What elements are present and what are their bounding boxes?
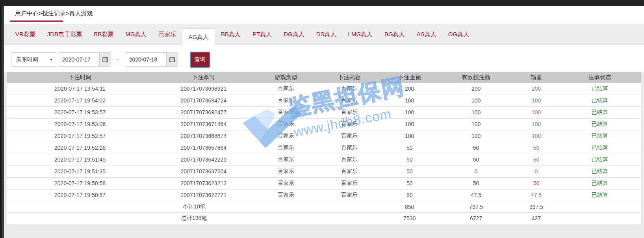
cell-bet-content: 百家乐 [317, 83, 381, 95]
cell-status: 已结算 [559, 177, 641, 189]
table-row: 2020-07-17 19:51:45 200717073642220 百家乐 … [7, 154, 641, 165]
cell-win-loss: 100 [514, 106, 559, 118]
cell-bet-amount: 50 [381, 165, 438, 177]
breadcrumb[interactable]: 用户中心>投注记录>真人游戏 [4, 6, 644, 17]
subtotal-valid-amount: 797.5 [438, 201, 514, 212]
tab-bg-live[interactable]: BG真人 [379, 24, 411, 45]
tab-jdb-lottery[interactable]: JDB电子彩票 [41, 24, 88, 45]
col-status: 注单状态 [559, 72, 641, 83]
subtotal-bet-amount: 850 [381, 201, 438, 212]
cell-valid-amount: 100 [438, 95, 514, 106]
cell-bet-amount: 50 [381, 142, 438, 154]
cell-status: 已结算 [559, 83, 641, 95]
tab-baccarat[interactable]: 百家乐 [152, 24, 182, 45]
total-win-loss: 427 [514, 212, 559, 224]
table-row: 2020-07-17 19:50:57 200717073622771 百家乐 … [7, 189, 641, 201]
tab-vr-lottery[interactable]: VR彩票 [9, 24, 41, 45]
left-edge-bar [0, 0, 4, 238]
total-valid-amount: 6727 [438, 212, 514, 224]
cell-bet-amount: 50 [381, 154, 438, 165]
search-button[interactable]: 查询 [191, 52, 210, 67]
cell-bet-content: 百家乐 [317, 130, 381, 142]
cell-bet-number: 200717073642220 [153, 154, 254, 165]
tab-ag-live[interactable]: AG真人 [182, 28, 215, 45]
cell-bet-number: 200717073694724 [153, 95, 254, 106]
cell-bet-number: 200717073668674 [153, 130, 254, 142]
table-row: 2020-07-17 19:54:11 200717073698921 百家乐 … [7, 83, 641, 95]
cell-game-type: 百家乐 [254, 165, 318, 177]
date-to-input[interactable] [125, 52, 167, 67]
tab-og-live[interactable]: OG真人 [442, 24, 475, 45]
calendar-icon [102, 56, 108, 63]
cell-game-type: 百家乐 [254, 118, 318, 130]
cell-bet-content: 百家乐 [317, 189, 381, 201]
cell-status: 已结算 [559, 130, 641, 142]
table-row: 2020-07-17 19:52:57 200717073668674 百家乐 … [7, 130, 641, 142]
tab-ds-live[interactable]: DS真人 [310, 24, 342, 45]
cell-win-loss: 50 [514, 177, 559, 189]
cell-bet-content: 百家乐 [317, 118, 381, 130]
cell-valid-amount: 100 [438, 106, 514, 118]
cell-win-loss: 100 [514, 130, 559, 142]
cell-status: 已结算 [559, 142, 641, 154]
col-valid-amount: 有效投注额 [438, 72, 514, 83]
cell-bet-amount: 50 [381, 177, 438, 189]
cell-status: 已结算 [559, 106, 641, 118]
cell-win-loss: 50 [514, 142, 559, 154]
cell-bet-number: 200717073622771 [153, 189, 254, 201]
cell-bet-number: 200717073671864 [153, 118, 254, 130]
col-game-type: 游戏类型 [254, 72, 318, 83]
cell-valid-amount: 0 [438, 165, 514, 177]
cell-bet-amount: 200 [381, 83, 438, 95]
col-bet-amount: 下注金额 [381, 72, 438, 83]
tab-pt-live[interactable]: PT真人 [247, 24, 278, 45]
date-from-input[interactable] [58, 52, 100, 67]
cell-game-type: 百家乐 [254, 106, 318, 118]
table-row: 2020-07-17 19:50:58 200717073623212 百家乐 … [7, 177, 641, 189]
table-row: 2020-07-17 19:54:02 200717073694724 百家乐 … [7, 95, 641, 106]
date-from-group [58, 52, 111, 67]
cell-valid-amount: 47.5 [438, 189, 514, 201]
tab-bb-live[interactable]: BB真人 [215, 24, 247, 45]
tab-bb-lottery[interactable]: BB彩票 [88, 24, 119, 45]
cell-bet-content: 百家乐 [317, 177, 381, 189]
date-from-calendar-button[interactable] [99, 52, 111, 67]
cell-bet-time: 2020-07-17 19:50:58 [7, 177, 153, 189]
tab-as-live[interactable]: AS真人 [411, 24, 442, 45]
cell-valid-amount: 200 [438, 83, 514, 95]
table-row: 2020-07-17 19:53:57 200717073692477 百家乐 … [7, 106, 641, 118]
cell-bet-amount: 100 [381, 130, 438, 142]
subtotal-label: 小计10笔 [7, 201, 381, 212]
cell-valid-amount: 100 [438, 118, 514, 130]
cell-bet-content: 百家乐 [317, 165, 381, 177]
date-range-separator: - [116, 56, 118, 63]
cell-game-type: 百家乐 [254, 142, 318, 154]
col-win-loss: 输赢 [514, 72, 559, 83]
subtotal-status-empty [559, 201, 641, 212]
cell-bet-number: 200717073637504 [153, 165, 254, 177]
total-row: 总计198笔 7530 6727 427 [7, 212, 641, 224]
cell-bet-amount: 100 [381, 95, 438, 106]
total-status-empty [559, 212, 641, 224]
chevron-down-icon [50, 59, 53, 61]
cell-valid-amount: 50 [438, 142, 514, 154]
cell-game-type: 百家乐 [254, 154, 318, 165]
cell-bet-time: 2020-07-17 19:52:26 [7, 142, 153, 154]
cell-bet-number: 200717073698921 [153, 83, 254, 95]
cell-bet-time: 2020-07-17 19:54:11 [7, 83, 153, 95]
tab-lmg-live[interactable]: LMG真人 [342, 24, 379, 45]
col-bet-content: 下注内容 [317, 72, 381, 83]
date-to-calendar-button[interactable] [166, 52, 178, 67]
cell-valid-amount: 50 [438, 177, 514, 189]
tab-mg-live[interactable]: MG真人 [119, 24, 152, 45]
cell-bet-content: 百家乐 [317, 106, 381, 118]
total-bet-amount: 7530 [381, 212, 438, 224]
cell-bet-amount: 50 [381, 189, 438, 201]
timezone-select[interactable]: 美东时间 [11, 52, 56, 67]
tab-dg-live[interactable]: DG真人 [278, 24, 310, 45]
cell-bet-content: 百家乐 [317, 154, 381, 165]
cell-win-loss: 200 [514, 83, 559, 95]
table-row: 2020-07-17 19:52:26 200717073657864 百家乐 … [7, 142, 641, 154]
cell-status: 已结算 [559, 165, 641, 177]
cell-bet-content: 百家乐 [317, 142, 381, 154]
